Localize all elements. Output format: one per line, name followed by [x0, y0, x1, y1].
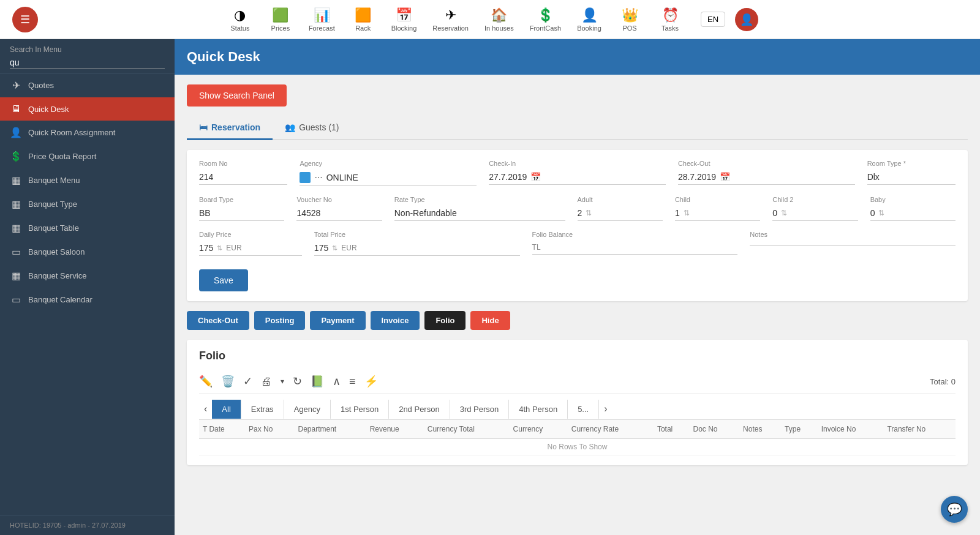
adult-stepper[interactable]: ⇅ — [586, 209, 592, 217]
child2-stepper[interactable]: ⇅ — [781, 209, 787, 217]
nav-items: ◑ Status 🟩 Prices 📊 Forecast 🟧 Rack 📅 Bl… — [222, 5, 688, 34]
daily-currency-label: EUR — [226, 244, 241, 252]
folio-tab-1st-person[interactable]: 1st Person — [331, 400, 389, 419]
status-icon: ◑ — [234, 7, 246, 23]
check-out-calendar-icon[interactable]: 📅 — [720, 172, 730, 182]
check-in-text: 27.7.2019 — [489, 172, 527, 182]
invoice-button[interactable]: Invoice — [371, 311, 420, 330]
tab-guests[interactable]: 👥 Guests (1) — [273, 116, 351, 140]
posting-button[interactable]: Posting — [254, 311, 306, 330]
field-voucher-no: Voucher No 14528 — [296, 196, 382, 221]
tab-reservation[interactable]: 🛏 Reservation — [187, 116, 273, 140]
folio-tab-5th[interactable]: 5... — [568, 400, 599, 419]
print-dropdown-icon[interactable]: ▾ — [281, 377, 284, 386]
nav-blocking[interactable]: 📅 Blocking — [385, 5, 423, 34]
baby-stepper[interactable]: ⇅ — [878, 209, 884, 217]
nav-booking[interactable]: 👤 Booking — [571, 5, 608, 34]
excel-icon[interactable]: 📗 — [311, 375, 324, 388]
nav-booking-label: Booking — [577, 24, 601, 32]
search-input[interactable] — [10, 56, 165, 69]
banquet-menu-icon: ▦ — [10, 174, 22, 186]
field-agency: Agency ··· ONLINE — [300, 160, 477, 186]
total-currency-stepper[interactable]: ⇅ — [332, 244, 337, 252]
sidebar-item-quick-desk[interactable]: 🖥 Quick Desk — [0, 97, 175, 121]
field-total-price: Total Price 175 ⇅ EUR — [314, 231, 520, 256]
folio-tab-3rd-person[interactable]: 3rd Person — [450, 400, 510, 419]
check-icon[interactable]: ✓ — [243, 375, 252, 388]
refresh-icon[interactable]: ↻ — [293, 375, 302, 388]
folio-button[interactable]: Folio — [424, 311, 466, 330]
inhouses-icon: 🏠 — [491, 7, 507, 23]
agency-dots-icon[interactable]: ··· — [314, 172, 322, 183]
col-department: Department — [294, 420, 366, 439]
sidebar: Search In Menu ✈ Quotes 🖥 Quick Desk 👤 Q… — [0, 39, 175, 535]
sidebar-item-banquet-service[interactable]: ▦ Banquet Service — [0, 264, 175, 288]
sidebar-item-quick-room[interactable]: 👤 Quick Room Assignment — [0, 121, 175, 144]
room-no-label: Room No — [199, 160, 287, 167]
language-button[interactable]: EN — [701, 12, 725, 27]
folio-next-button[interactable]: › — [599, 398, 612, 419]
sidebar-item-banquet-menu[interactable]: ▦ Banquet Menu — [0, 168, 175, 192]
daily-currency-stepper[interactable]: ⇅ — [217, 244, 222, 252]
nav-status[interactable]: ◑ Status — [222, 5, 258, 34]
nav-blocking-label: Blocking — [391, 24, 417, 32]
nav-prices[interactable]: 🟩 Prices — [262, 5, 299, 34]
sidebar-item-banquet-saloon[interactable]: ▭ Banquet Saloon — [0, 240, 175, 264]
adult-label: Adult — [578, 196, 663, 203]
child-stepper[interactable]: ⇅ — [684, 209, 690, 217]
checkout-button[interactable]: Check-Out — [187, 311, 249, 330]
reservation-icon: ✈ — [445, 7, 456, 23]
payment-button[interactable]: Payment — [310, 311, 365, 330]
field-child2: Child 2 0 ⇅ — [772, 196, 858, 221]
sidebar-item-banquet-type[interactable]: ▦ Banquet Type — [0, 192, 175, 216]
tasks-icon: ⏰ — [662, 7, 679, 23]
flash-icon[interactable]: ⚡ — [364, 375, 378, 388]
no-rows-row: No Rows To Show — [199, 439, 956, 455]
collapse-icon[interactable]: ∧ — [333, 375, 341, 388]
sidebar-item-banquet-table-label: Banquet Table — [28, 223, 79, 233]
delete-icon[interactable]: 🗑️ — [221, 375, 235, 388]
nav-inhouses[interactable]: 🏠 In houses — [478, 5, 520, 34]
sidebar-item-banquet-menu-label: Banquet Menu — [28, 176, 80, 185]
folio-tab-agency[interactable]: Agency — [284, 400, 331, 419]
hide-button[interactable]: Hide — [470, 311, 510, 330]
prices-icon: 🟩 — [272, 7, 288, 23]
nav-pos[interactable]: 👑 POS — [611, 5, 648, 34]
field-rate-type: Rate Type Non-Refundable — [394, 196, 565, 221]
nav-forecast[interactable]: 📊 Forecast — [303, 5, 341, 34]
no-rows-message: No Rows To Show — [199, 439, 956, 455]
sidebar-item-quotes[interactable]: ✈ Quotes — [0, 73, 175, 97]
menu-icon[interactable]: ≡ — [349, 375, 356, 388]
nav-tasks[interactable]: ⏰ Tasks — [652, 5, 688, 34]
page-header: Quick Desk — [175, 39, 980, 75]
sidebar-item-banquet-table[interactable]: ▦ Banquet Table — [0, 216, 175, 240]
save-button[interactable]: Save — [199, 269, 248, 291]
user-button[interactable]: 👤 — [735, 8, 758, 31]
field-board-type: Board Type BB — [199, 196, 284, 221]
sidebar-item-banquet-calendar[interactable]: ▭ Banquet Calendar — [0, 288, 175, 312]
folio-tab-extras[interactable]: Extras — [241, 400, 284, 419]
pos-icon: 👑 — [622, 7, 638, 23]
nav-rack-label: Rack — [355, 24, 371, 32]
nav-reservation[interactable]: ✈ Reservation — [426, 5, 475, 34]
sidebar-item-price-quota[interactable]: 💲 Price Quota Report — [0, 144, 175, 168]
folio-prev-button[interactable]: ‹ — [199, 398, 212, 419]
col-notes: Notes — [739, 420, 781, 439]
folio-tab-2nd-person[interactable]: 2nd Person — [389, 400, 450, 419]
folio-tab-4th-person[interactable]: 4th Person — [509, 400, 568, 419]
show-search-panel-button[interactable]: Show Search Panel — [187, 84, 287, 107]
folio-tab-all[interactable]: All — [212, 400, 241, 419]
edit-icon[interactable]: ✏️ — [199, 375, 213, 388]
field-room-type: Room Type * Dlx — [867, 160, 956, 186]
nav-status-label: Status — [230, 24, 249, 32]
banquet-type-icon: ▦ — [10, 198, 22, 210]
total-price-label: Total Price — [314, 231, 520, 238]
menu-button[interactable]: ☰ — [12, 7, 38, 32]
nav-frontcash[interactable]: 💲 FrontCash — [524, 5, 567, 34]
check-in-calendar-icon[interactable]: 📅 — [530, 172, 541, 182]
nav-rack[interactable]: 🟧 Rack — [345, 5, 382, 34]
form-row-1: Room No 214 Agency ··· ONLINE Check-In — [199, 160, 956, 186]
chat-button[interactable]: 💬 — [941, 496, 968, 523]
main-tabs: 🛏 Reservation 👥 Guests (1) — [187, 116, 968, 140]
print-icon[interactable]: 🖨 — [261, 375, 272, 388]
